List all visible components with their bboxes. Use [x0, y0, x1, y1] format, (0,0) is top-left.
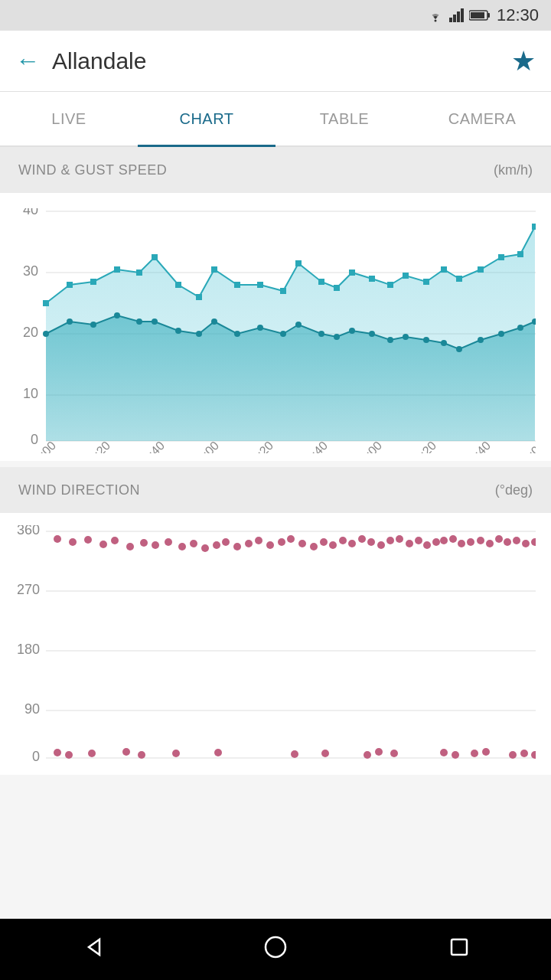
- svg-point-139: [122, 748, 130, 756]
- wind-direction-unit: (°deg): [495, 482, 533, 498]
- nav-home-button[interactable]: [262, 933, 289, 966]
- svg-point-135: [531, 538, 536, 546]
- svg-point-109: [287, 535, 295, 543]
- svg-point-149: [452, 751, 459, 759]
- svg-point-94: [111, 537, 119, 544]
- svg-point-0: [434, 20, 436, 22]
- tab-chart[interactable]: CHART: [138, 92, 276, 145]
- tab-camera[interactable]: CAMERA: [413, 92, 551, 145]
- svg-text:20: 20: [23, 325, 38, 340]
- svg-point-151: [482, 748, 490, 756]
- svg-rect-4: [461, 8, 464, 22]
- svg-point-97: [152, 541, 159, 549]
- nav-recent-button[interactable]: [445, 933, 473, 966]
- svg-point-113: [329, 541, 337, 549]
- wind-speed-section-header: WIND & GUST SPEED (km/h): [0, 147, 551, 193]
- svg-point-99: [178, 543, 186, 550]
- svg-text:10: 10: [23, 386, 38, 401]
- wind-dir-dots-low: [54, 748, 536, 759]
- svg-rect-36: [403, 273, 409, 279]
- svg-rect-22: [136, 270, 142, 276]
- svg-point-147: [390, 750, 398, 757]
- svg-rect-35: [387, 282, 393, 288]
- nav-recent-icon: [445, 933, 473, 961]
- svg-point-150: [471, 750, 478, 757]
- svg-point-145: [364, 751, 371, 759]
- status-time: 12:30: [497, 5, 539, 25]
- svg-point-65: [456, 346, 462, 352]
- svg-rect-7: [471, 12, 484, 18]
- svg-rect-37: [423, 279, 429, 285]
- tab-live[interactable]: LIVE: [0, 92, 138, 145]
- svg-point-90: [54, 535, 61, 543]
- svg-rect-157: [452, 939, 467, 955]
- svg-point-106: [255, 537, 262, 544]
- svg-point-59: [349, 328, 355, 334]
- svg-point-96: [140, 539, 148, 547]
- wind-speed-unit: (km/h): [494, 162, 533, 178]
- svg-rect-27: [234, 282, 240, 288]
- svg-point-58: [334, 334, 340, 340]
- svg-point-104: [233, 543, 241, 550]
- svg-point-148: [440, 749, 448, 756]
- svg-point-60: [369, 331, 375, 337]
- svg-point-105: [245, 540, 253, 547]
- svg-point-123: [423, 541, 431, 549]
- svg-point-152: [509, 751, 517, 759]
- wind-direction-chart: 360 270 180 90 0: [15, 525, 536, 763]
- svg-point-64: [441, 340, 447, 346]
- svg-point-136: [54, 749, 61, 756]
- svg-point-62: [403, 334, 409, 340]
- svg-rect-1: [449, 18, 452, 22]
- svg-point-92: [84, 536, 92, 544]
- svg-rect-29: [280, 288, 286, 294]
- svg-point-48: [136, 318, 142, 325]
- svg-point-119: [386, 537, 394, 544]
- wind-direction-svg: 360 270 180 90 0: [15, 525, 536, 763]
- svg-point-55: [280, 331, 286, 337]
- svg-point-128: [467, 538, 474, 546]
- nav-back-icon: [78, 933, 106, 961]
- svg-point-130: [486, 540, 494, 547]
- svg-point-127: [458, 540, 465, 547]
- svg-rect-40: [478, 266, 484, 273]
- svg-rect-23: [152, 254, 158, 260]
- svg-rect-18: [43, 300, 49, 306]
- svg-point-112: [320, 538, 328, 546]
- nav-back-button[interactable]: [78, 933, 106, 966]
- svg-rect-20: [90, 279, 96, 285]
- svg-point-132: [504, 538, 511, 546]
- wind-speed-svg: 40 30 20 10 0: [15, 208, 536, 453]
- wind-dir-dots-high: [54, 535, 536, 552]
- svg-point-50: [175, 328, 181, 334]
- signal-icon: [449, 8, 465, 22]
- page-title: Allandale: [52, 48, 511, 74]
- svg-rect-21: [114, 266, 120, 273]
- favorite-button[interactable]: ★: [511, 45, 536, 77]
- back-button[interactable]: ←: [15, 47, 40, 75]
- svg-point-142: [214, 749, 222, 756]
- wind-direction-title: WIND DIRECTION: [18, 482, 140, 498]
- svg-point-110: [298, 540, 306, 547]
- svg-point-120: [396, 535, 403, 543]
- svg-point-146: [375, 748, 383, 756]
- svg-rect-31: [318, 279, 324, 285]
- svg-point-53: [234, 331, 240, 337]
- svg-point-54: [257, 325, 263, 331]
- svg-point-134: [522, 540, 530, 547]
- tab-table[interactable]: TABLE: [276, 92, 413, 145]
- svg-point-156: [266, 937, 285, 957]
- svg-point-133: [513, 537, 520, 544]
- svg-point-141: [172, 750, 180, 757]
- svg-rect-38: [441, 266, 447, 273]
- svg-rect-6: [487, 13, 490, 18]
- svg-point-117: [367, 538, 375, 546]
- svg-point-61: [387, 337, 393, 343]
- svg-point-100: [190, 540, 197, 547]
- svg-rect-19: [67, 282, 73, 288]
- wind-direction-section-header: WIND DIRECTION (°deg): [0, 467, 551, 513]
- svg-rect-28: [257, 282, 263, 288]
- svg-rect-43: [532, 224, 536, 230]
- svg-text:180: 180: [17, 642, 40, 657]
- svg-text:360: 360: [17, 525, 40, 537]
